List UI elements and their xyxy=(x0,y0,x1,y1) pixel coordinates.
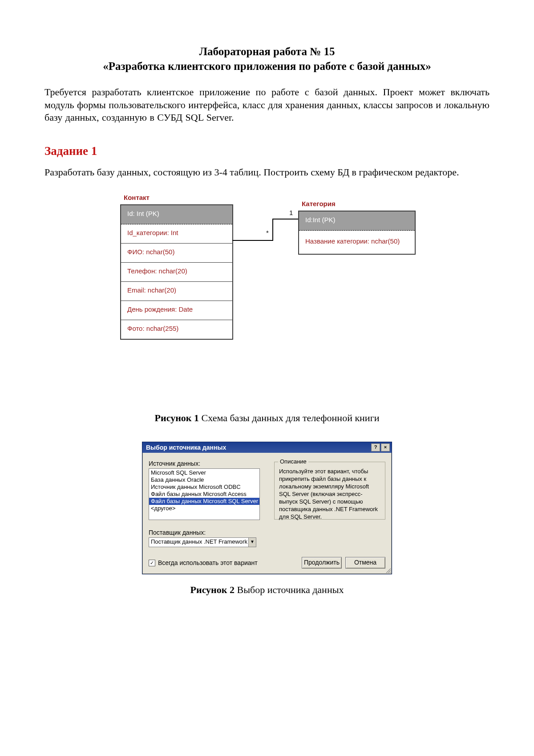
db-schema-diagram: Контакт Id: Int (PK) Id_категории: Int Ф… xyxy=(120,191,414,402)
data-source-option[interactable]: <другое> xyxy=(149,505,259,512)
figure2-caption: Рисунок 2 Выбор источника данных xyxy=(44,584,490,596)
table-contact-field: Телефон: nchar(20) xyxy=(121,263,232,282)
table-contact-field: Id_категории: Int xyxy=(121,224,232,244)
cancel-button[interactable]: Отмена xyxy=(345,557,385,569)
dialog-titlebar: Выбор источника данных ? × xyxy=(142,442,392,453)
description-fieldset: Описание Используйте этот вариант, чтобы… xyxy=(274,462,385,520)
relation-line xyxy=(232,240,272,241)
chevron-down-icon[interactable]: ▼ xyxy=(248,538,256,547)
data-source-dialog: Выбор источника данных ? × Источник данн… xyxy=(142,442,392,574)
provider-combobox-value: Поставщик данных .NET Framework д xyxy=(149,538,248,547)
close-button[interactable]: × xyxy=(381,443,390,451)
table-category: Категория Id:Int (PK) Название категории… xyxy=(298,211,416,255)
dialog-footer: ✓ Всегда использовать этот вариант Продо… xyxy=(142,550,392,574)
always-use-checkbox[interactable]: ✓ xyxy=(149,560,155,566)
figure2-caption-rest: Выбор источника данных xyxy=(235,584,344,595)
svg-line-2 xyxy=(390,572,391,573)
task1-heading: Задание 1 xyxy=(44,144,490,158)
resize-grip-icon[interactable] xyxy=(384,567,391,573)
relation-line xyxy=(272,219,298,219)
continue-button[interactable]: Продолжить xyxy=(302,557,342,569)
table-contact: Контакт Id: Int (PK) Id_категории: Int Ф… xyxy=(120,204,233,340)
description-text: Используйте этот вариант, чтобы прикрепи… xyxy=(279,467,380,520)
table-category-title: Категория xyxy=(302,200,336,207)
figure1-caption-bold: Рисунок 1 xyxy=(155,412,199,423)
table-category-field: Id:Int (PK) xyxy=(299,211,415,231)
table-contact-field: ФИО: nchar(50) xyxy=(121,244,232,263)
dialog-body: Источник данных: Microsoft SQL Server Ба… xyxy=(142,453,392,550)
doc-title-line1: Лабораторная работа № 15 xyxy=(44,45,490,59)
data-source-option[interactable]: Microsoft SQL Server xyxy=(149,469,259,476)
data-source-listbox[interactable]: Microsoft SQL Server База данных Oracle … xyxy=(149,468,260,520)
provider-label: Поставщик данных: xyxy=(149,529,260,536)
relation-line xyxy=(272,219,273,241)
intro-paragraph: Требуется разработать клиентское приложе… xyxy=(44,86,490,124)
always-use-label: Всегда использовать этот вариант xyxy=(158,559,258,566)
data-source-option-selected[interactable]: Файл базы данных Microsoft SQL Server xyxy=(149,498,259,505)
table-contact-field: Id: Int (PK) xyxy=(121,205,232,224)
figure2-caption-bold: Рисунок 2 xyxy=(190,584,235,595)
doc-title-line2: «Разработка клиентского приложения по ра… xyxy=(44,59,490,74)
figure1-caption-rest: Схема базы данных для телефонной книги xyxy=(199,412,379,423)
help-button[interactable]: ? xyxy=(371,443,380,451)
data-source-option[interactable]: Источник данных Microsoft ODBC xyxy=(149,484,259,491)
figure1-caption: Рисунок 1 Схема базы данных для телефонн… xyxy=(44,412,490,424)
data-source-label: Источник данных: xyxy=(149,460,260,467)
task1-body: Разработать базу данных, состоящую из 3-… xyxy=(44,166,490,179)
description-legend: Описание xyxy=(278,458,308,465)
table-contact-title: Контакт xyxy=(124,194,150,201)
dialog-title: Выбор источника данных xyxy=(146,444,226,451)
data-source-option[interactable]: Файл базы данных Microsoft Access xyxy=(149,491,259,498)
table-contact-field: Email: nchar(20) xyxy=(121,282,232,301)
table-contact-field: День рождения: Date xyxy=(121,301,232,320)
data-source-option[interactable]: База данных Oracle xyxy=(149,476,259,484)
relation-one-label: 1 xyxy=(289,209,293,216)
relation-many-label: * xyxy=(266,229,269,236)
provider-combobox[interactable]: Поставщик данных .NET Framework д ▼ xyxy=(149,537,256,547)
table-category-field: Название категории: nchar(50) xyxy=(299,231,415,254)
table-contact-field: Фото: nchar(255) xyxy=(121,320,232,339)
doc-title: Лабораторная работа № 15 «Разработка кли… xyxy=(44,45,490,73)
